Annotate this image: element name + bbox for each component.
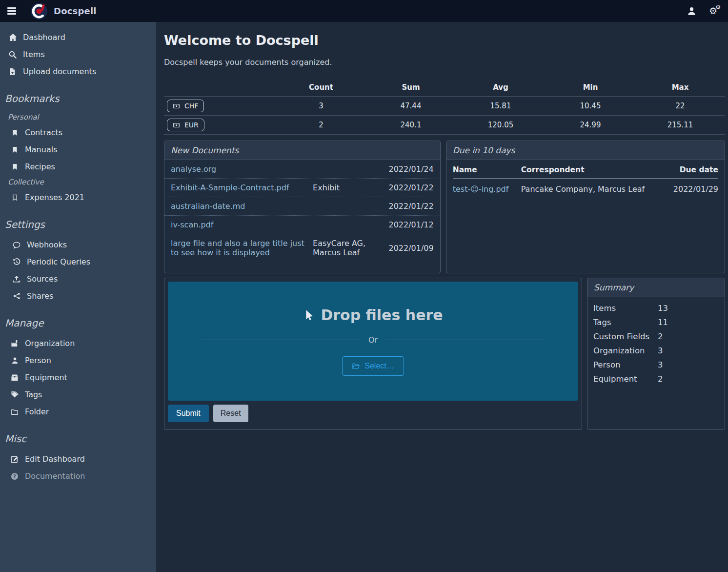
- document-link[interactable]: Exhibit-A-Sample-Contract.pdf: [171, 183, 313, 192]
- share-icon: [12, 292, 21, 300]
- due-table: Name Correspondent Due date test-☺-ing.p…: [446, 160, 725, 200]
- top-navbar: Docspell ⚙⚙: [0, 0, 728, 22]
- file-dropzone[interactable]: Drop files here Or Select…: [168, 282, 578, 401]
- due-date: 2022/01/29: [665, 184, 718, 194]
- document-row: iv-scan.pdf 2022/01/12: [164, 216, 440, 234]
- submit-button[interactable]: Submit: [168, 405, 209, 422]
- sidebar-item-label: Recipes: [25, 162, 55, 171]
- sidebar-item-periodic-queries[interactable]: Periodic Queries: [0, 253, 156, 270]
- currency-label: EUR: [184, 121, 199, 129]
- question-circle-icon: ?: [10, 472, 20, 480]
- stats-row-eur: EUR 2 240.1 120.05 24.99 215.11: [164, 115, 725, 135]
- due-panel: Due in 10 days Name Correspondent Due da…: [446, 141, 725, 273]
- sidebar-item-label: Periodic Queries: [27, 257, 90, 266]
- bookmark-icon: [10, 129, 20, 137]
- sidebar-item-dashboard[interactable]: Dasbhoard: [0, 29, 156, 46]
- document-link[interactable]: analyse.org: [171, 164, 313, 174]
- document-row: australian-date.md 2022/01/22: [164, 197, 440, 216]
- sidebar-item-label: Organization: [25, 339, 75, 348]
- sidebar-item-expenses-2021[interactable]: Expenses 2021: [0, 189, 156, 206]
- stat-min: 24.99: [546, 116, 635, 134]
- document-link[interactable]: iv-scan.pdf: [171, 220, 313, 229]
- due-panel-title: Due in 10 days: [446, 141, 725, 160]
- document-link[interactable]: australian-date.md: [171, 202, 313, 211]
- home-icon: [8, 33, 18, 41]
- sidebar: Dasbhoard Items Upload documents Bookmar…: [0, 22, 156, 572]
- sidebar-item-person[interactable]: Person: [0, 352, 156, 369]
- due-header-name: Name: [453, 165, 521, 174]
- history-icon: [12, 258, 21, 266]
- sidebar-item-folder[interactable]: Folder: [0, 403, 156, 420]
- due-header-date: Due date: [665, 165, 718, 174]
- summary-value: 13: [658, 304, 668, 313]
- sidebar-item-documentation[interactable]: ? Documentation: [0, 468, 156, 485]
- sidebar-item-label: Manuals: [25, 145, 57, 154]
- summary-row: Custom Fields 2: [587, 329, 725, 344]
- sidebar-item-shares[interactable]: Shares: [0, 287, 156, 305]
- main-content: Welcome to Docspell Docspell keeps your …: [156, 22, 728, 572]
- upload-panel: Drop files here Or Select… Submit Reset: [164, 278, 582, 430]
- sidebar-item-recipes[interactable]: Recipes: [0, 158, 156, 175]
- stat-sum: 47.44: [366, 97, 456, 115]
- select-files-button[interactable]: Select…: [342, 356, 404, 376]
- sidebar-item-label: Tags: [25, 390, 42, 399]
- settings-cogs-icon[interactable]: ⚙⚙: [709, 6, 717, 16]
- due-correspondent: Pancake Company, Marcus Leaf: [521, 184, 665, 194]
- due-header-row: Name Correspondent Due date: [453, 160, 718, 179]
- stats-header-max: Max: [635, 79, 725, 96]
- sidebar-item-upload-documents[interactable]: Upload documents: [0, 63, 156, 80]
- currency-badge-chf: CHF: [167, 100, 204, 112]
- sidebar-item-label: Dasbhoard: [23, 33, 65, 42]
- summary-value: 2: [658, 332, 663, 341]
- summary-row: Organization 3: [587, 344, 725, 358]
- currency-badge-eur: EUR: [167, 119, 204, 131]
- money-bill-icon: [173, 122, 180, 128]
- app-logo-link[interactable]: Docspell: [30, 2, 97, 20]
- search-icon: [8, 51, 18, 59]
- sidebar-item-sources[interactable]: Sources: [0, 270, 156, 287]
- document-date: 2022/01/22: [387, 183, 434, 192]
- file-upload-icon: [8, 68, 18, 76]
- sidebar-item-manuals[interactable]: Manuals: [0, 141, 156, 158]
- stats-header-avg: Avg: [456, 79, 546, 96]
- folder-open-icon: [352, 363, 360, 370]
- sidebar-item-items[interactable]: Items: [0, 46, 156, 63]
- sidebar-item-label: Items: [23, 50, 45, 59]
- sidebar-item-label: Contracts: [25, 128, 62, 137]
- document-link[interactable]: test-☺-ing.pdf: [453, 184, 521, 194]
- stats-header-min: Min: [546, 79, 635, 96]
- sidebar-item-equipment[interactable]: Equipment: [0, 369, 156, 386]
- sidebar-item-label: Shares: [27, 291, 54, 301]
- user-icon[interactable]: [687, 6, 696, 16]
- sidebar-item-organization[interactable]: Organization: [0, 335, 156, 352]
- summary-label: Person: [593, 360, 658, 369]
- summary-value: 3: [658, 360, 663, 369]
- bookmark-icon: [10, 163, 20, 171]
- stats-header-count: Count: [276, 79, 366, 96]
- document-tag: Exhibit: [313, 183, 387, 192]
- sidebar-item-label: Documentation: [25, 471, 85, 481]
- stat-count: 2: [276, 116, 366, 134]
- reset-button[interactable]: Reset: [213, 405, 248, 422]
- sidebar-section-misc: Misc: [0, 433, 156, 445]
- sidebar-item-edit-dashboard[interactable]: Edit Dashboard: [0, 450, 156, 468]
- sidebar-item-contracts[interactable]: Contracts: [0, 124, 156, 141]
- stat-avg: 15.81: [456, 97, 546, 115]
- summary-label: Custom Fields: [593, 332, 658, 341]
- menu-icon[interactable]: [0, 0, 23, 22]
- summary-row: Items 13: [587, 301, 725, 315]
- stat-count: 3: [276, 97, 366, 115]
- document-date: 2022/01/12: [387, 220, 434, 229]
- sidebar-item-tags[interactable]: Tags: [0, 386, 156, 403]
- document-link[interactable]: large file and also a large title just t…: [171, 239, 313, 257]
- new-documents-title: New Documents: [164, 141, 440, 160]
- dropzone-label: Drop files here: [321, 306, 443, 324]
- stat-max: 215.11: [635, 116, 725, 134]
- sidebar-item-webhooks[interactable]: Webhooks: [0, 236, 156, 253]
- sidebar-item-label: Sources: [27, 274, 58, 284]
- summary-panel: Summary Items 13 Tags 11 Custom Fields 2…: [587, 278, 725, 430]
- stat-sum: 240.1: [366, 116, 456, 134]
- person-icon: [10, 357, 20, 364]
- summary-row: Person 3: [587, 358, 725, 372]
- docspell-logo-icon: [30, 2, 48, 20]
